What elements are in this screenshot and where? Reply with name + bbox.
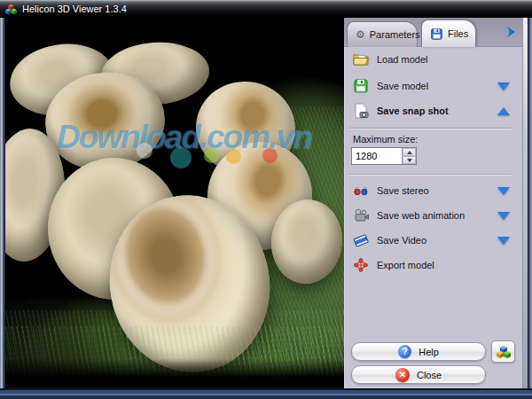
side-panel: ⚙ Parameters Files [344,18,522,388]
blue-floppy-icon [430,27,443,41]
titlebar[interactable]: Helicon 3D Viewer 1.3.4 [0,0,532,18]
window-frame-right [528,18,532,399]
window-title: Helicon 3D Viewer 1.3.4 [22,4,127,14]
export-model-button[interactable]: Export model [349,255,517,275]
helicon-logo-button[interactable] [491,340,515,363]
watermark-dot [170,147,192,168]
max-size-spin-up[interactable] [403,148,416,156]
app-logo-icon [5,3,17,14]
load-model-label: Load model [377,54,428,65]
gear-icon: ⚙ [356,29,365,40]
save-snapshot-collapse-arrow[interactable] [497,107,510,115]
export-model-label: Export model [377,260,434,270]
help-button-label: Help [419,347,439,357]
save-model-dropdown-arrow[interactable] [497,82,510,90]
save-web-animation-dropdown-arrow[interactable] [497,212,510,220]
tab-files-label: Files [448,28,468,39]
window-frame-bottom [0,388,532,399]
tab-parameters[interactable]: ⚙ Parameters [347,21,418,47]
save-stereo-label: Save stereo [377,185,429,196]
red-x-icon: ✕ [395,368,410,382]
app-window: Helicon 3D Viewer 1.3.4 Download.com.vn … [0,0,532,399]
save-snapshot-button[interactable]: Save snap shot [349,101,517,121]
model-viewport[interactable]: Download.com.vn [5,18,344,388]
load-model-button[interactable]: Load model [349,50,517,69]
blue-question-icon: ? [398,345,411,358]
page-camera-icon [353,103,369,119]
save-video-label: Save Video [377,235,426,246]
helicon-cubes-icon [497,345,511,359]
separator [349,174,512,176]
max-size-spin-down[interactable] [403,156,416,164]
save-model-label: Save model [377,81,428,91]
max-size-spinner [402,148,416,164]
tab-parameters-label: Parameters [370,29,420,40]
molecule-icon [353,257,369,273]
save-video-button[interactable]: Save Video [349,231,517,250]
max-size-input[interactable] [352,148,402,164]
film-clip-icon [353,232,369,248]
save-snapshot-label: Save snap shot [377,106,449,116]
close-button-label: Close [417,370,442,380]
tab-files[interactable]: Files [421,20,476,47]
green-floppy-icon [353,78,369,94]
open-folder-icon [353,51,369,67]
stereo-glasses-icon [353,183,369,199]
save-stereo-dropdown-arrow[interactable] [497,187,510,195]
save-stereo-button[interactable]: Save stereo [349,181,517,200]
panel-scrollbar[interactable] [522,18,528,388]
watermark-dot [226,149,241,164]
movie-camera-icon [353,207,369,223]
close-button[interactable]: ✕ Close [351,365,486,384]
watermark-dot [137,143,153,159]
save-web-animation-button[interactable]: Save web animation [349,206,517,225]
photo-vignette [5,18,344,388]
watermark-dot [262,148,278,163]
tab-bar: ⚙ Parameters Files [344,18,522,47]
max-size-field [351,147,417,165]
next-tab-arrow[interactable] [505,25,517,39]
separator [349,128,512,129]
save-web-animation-label: Save web animation [377,210,465,221]
max-size-label: Maximum size: [353,134,418,145]
save-video-dropdown-arrow[interactable] [497,237,510,245]
watermark-dot [204,148,219,163]
site-watermark: Download.com.vn [57,119,344,156]
help-button[interactable]: ? Help [351,342,486,361]
save-model-button[interactable]: Save model [349,76,517,96]
